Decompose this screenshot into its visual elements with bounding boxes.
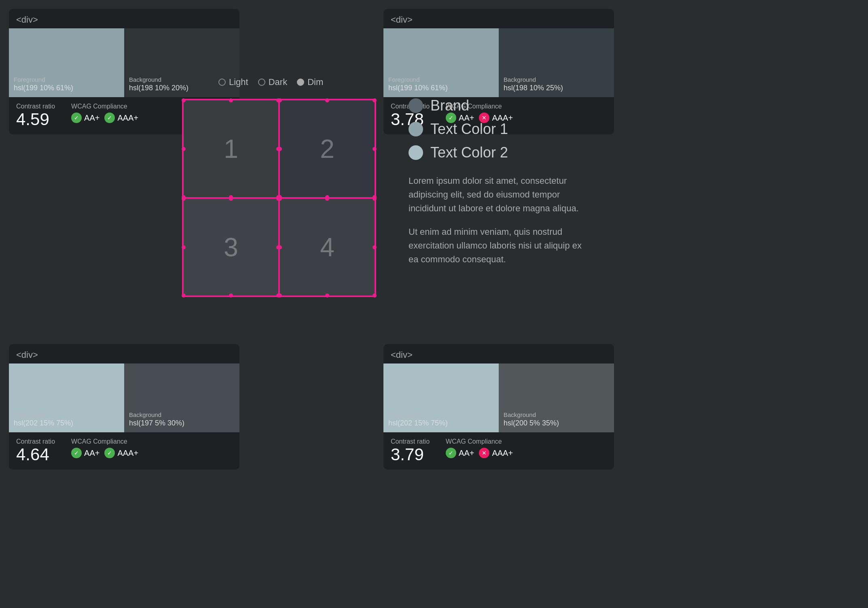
dot-mr-4	[373, 245, 377, 249]
panel-tr-tag: <div>	[383, 9, 614, 28]
panel-tl-badge-aa: ✓ AA+	[71, 113, 100, 123]
panel-bl-aa-icon: ✓	[71, 448, 82, 458]
panel-br-badge-aaa: ✕ AAA+	[479, 448, 513, 458]
panel-tl-contrast-value: 4.59	[16, 111, 55, 128]
panel-br-aaa-icon: ✕	[479, 448, 489, 458]
panel-tr-bg-label: Background	[504, 76, 609, 83]
panel-tl-aa-label: AA+	[84, 113, 100, 123]
panel-bl-fg-label: Foreground	[14, 411, 119, 418]
panel-br-aa-label: AA+	[459, 449, 474, 458]
panel-br-tag: <div>	[383, 344, 614, 364]
dot-ml-3	[182, 245, 186, 249]
dot-tc-1	[229, 98, 233, 102]
panel-tl-aaa-icon: ✓	[104, 113, 115, 123]
dot-tl-4	[278, 197, 282, 201]
panel-br-contrast-label: Contrast ratio	[391, 438, 430, 445]
panel-bl-bg-value: hsl(197 5% 30%)	[129, 419, 235, 427]
grid-cell-4: 4	[279, 198, 375, 296]
dot-tl-2	[278, 98, 282, 102]
theme-option-dark[interactable]: Dark	[258, 77, 287, 87]
theme-option-light[interactable]: Light	[218, 77, 248, 87]
dot-ml-1	[182, 147, 186, 151]
grid-cell-3-label: 3	[224, 232, 238, 262]
panel-bl-bg-label: Background	[129, 411, 235, 418]
panel-tl-wcag: WCAG Compliance ✓ AA+ ✓ AAA+	[71, 103, 138, 123]
panel-bl-badge-aaa: ✓ AAA+	[104, 448, 138, 458]
panel-br-aa-icon: ✓	[446, 448, 456, 458]
panel-bl-bg-swatch: Background hsl(197 5% 30%)	[124, 364, 239, 432]
legend-brand-dot	[409, 98, 423, 113]
legend-text2: Text Color 2	[409, 144, 554, 161]
dot-bl-3	[182, 293, 186, 298]
panel-br-contrast-value: 3.79	[391, 446, 430, 463]
grid-cell-1: 1	[183, 100, 279, 198]
panel-tr-fg-label: Foreground	[388, 76, 494, 83]
panel-br-fg-value: hsl(202 15% 75%)	[388, 419, 494, 427]
panel-bl-wcag: WCAG Compliance ✓ AA+ ✓ AAA+	[71, 438, 138, 458]
dot-bc-4	[325, 293, 329, 298]
color-legend: Brand Text Color 1 Text Color 2	[409, 97, 554, 168]
panel-br-bg-swatch: Background hsl(200 5% 35%)	[499, 364, 614, 432]
panel-bl-fg-value: hsl(202 15% 75%)	[14, 419, 119, 427]
grid-cell-1-label: 1	[224, 134, 238, 164]
legend-text1-label: Text Color 1	[430, 121, 508, 138]
theme-light-label: Light	[229, 77, 248, 87]
dot-tc-4	[325, 197, 329, 201]
panel-br-bg-label: Background	[504, 411, 609, 418]
dot-tr-2	[373, 98, 377, 102]
panel-tr-bg-swatch: Background hsl(198 10% 25%)	[499, 28, 614, 97]
legend-text1: Text Color 1	[409, 121, 554, 138]
dot-tr-4	[373, 197, 377, 201]
panel-tl-aa-icon: ✓	[71, 113, 82, 123]
dot-br-4	[373, 293, 377, 298]
panel-br-wcag-label: WCAG Compliance	[446, 438, 513, 445]
dot-tc-2	[325, 98, 329, 102]
panel-tr-fg-value: hsl(199 10% 61%)	[388, 84, 494, 92]
panel-tl-swatches: Foreground hsl(199 10% 61%) Background h…	[9, 28, 239, 97]
panel-bl-badge-aa: ✓ AA+	[71, 448, 100, 458]
panel-br-fg-label: Foreground	[388, 411, 494, 418]
legend-text1-dot	[409, 122, 423, 136]
panel-br-contrast: Contrast ratio 3.79	[391, 438, 430, 463]
lorem-p1: Lorem ipsum dolor sit amet, consectetur …	[409, 174, 586, 215]
panel-tl-wcag-label: WCAG Compliance	[71, 103, 138, 110]
dot-bl-4	[278, 293, 282, 298]
grid-cell-2-label: 2	[320, 134, 334, 164]
grid-cell-4-label: 4	[320, 232, 334, 262]
panel-br-bg-value: hsl(200 5% 35%)	[504, 419, 609, 427]
panel-tl-tag: <div>	[9, 9, 239, 28]
panel-bl-aa-label: AA+	[84, 449, 100, 458]
panel-tl-contrast: Contrast ratio 4.59	[16, 103, 55, 128]
lorem-text: Lorem ipsum dolor sit amet, consectetur …	[409, 174, 586, 276]
radio-dim[interactable]	[297, 79, 304, 86]
radio-light[interactable]	[218, 79, 226, 86]
panel-tl-aaa-label: AAA+	[117, 113, 138, 123]
panel-bottom-right: <div> Foreground hsl(202 15% 75%) Backgr…	[383, 344, 614, 470]
lorem-p2: Ut enim ad minim veniam, quis nostrud ex…	[409, 225, 586, 266]
panel-br-wcag: WCAG Compliance ✓ AA+ ✕ AAA+	[446, 438, 513, 458]
panel-bl-swatches: Foreground hsl(202 15% 75%) Background h…	[9, 364, 239, 432]
panel-bl-fg-swatch: Foreground hsl(202 15% 75%)	[9, 364, 124, 432]
panel-bl-wcag-label: WCAG Compliance	[71, 438, 138, 445]
panel-tl-fg-swatch: Foreground hsl(199 10% 61%)	[9, 28, 124, 97]
theme-selector: Light Dark Dim	[218, 77, 323, 87]
grid-cell-2: 2	[279, 100, 375, 198]
theme-option-dim[interactable]: Dim	[297, 77, 323, 87]
dot-ml-2	[278, 147, 282, 151]
dot-tl-1	[182, 98, 186, 102]
grid-container: 1 2 3 4	[182, 99, 376, 297]
panel-br-stats: Contrast ratio 3.79 WCAG Compliance ✓ AA…	[383, 432, 614, 470]
panel-bl-tag: <div>	[9, 344, 239, 364]
panel-br-aaa-label: AAA+	[492, 449, 513, 458]
radio-dark[interactable]	[258, 79, 265, 86]
theme-dim-label: Dim	[307, 77, 323, 87]
panel-bl-contrast-value: 4.64	[16, 446, 55, 463]
legend-brand-label: Brand	[430, 97, 469, 114]
panel-tl-fg-label: Foreground	[14, 76, 119, 83]
dot-ml-4	[278, 245, 282, 249]
panel-bl-aaa-icon: ✓	[104, 448, 115, 458]
panel-br-fg-swatch: Foreground hsl(202 15% 75%)	[383, 364, 499, 432]
panel-bl-aaa-label: AAA+	[117, 449, 138, 458]
panel-tl-fg-value: hsl(199 10% 61%)	[14, 84, 119, 92]
panel-tr-bg-value: hsl(198 10% 25%)	[504, 84, 609, 92]
